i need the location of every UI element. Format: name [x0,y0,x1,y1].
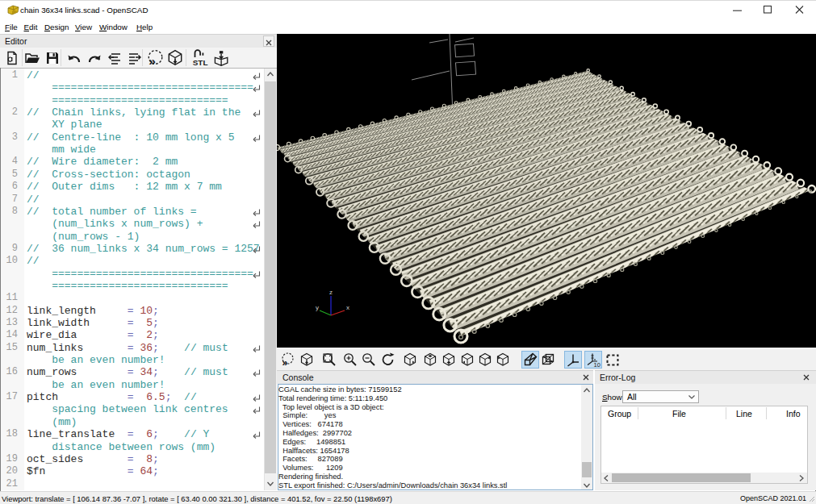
svg-text:»: » [282,357,288,369]
svg-text:10: 10 [594,361,600,368]
svg-text:y: y [316,304,319,311]
svg-text:»: » [149,54,156,67]
svg-text:z: z [329,289,333,296]
svg-text:STL: STL [193,58,208,67]
svg-text:x: x [346,304,349,311]
